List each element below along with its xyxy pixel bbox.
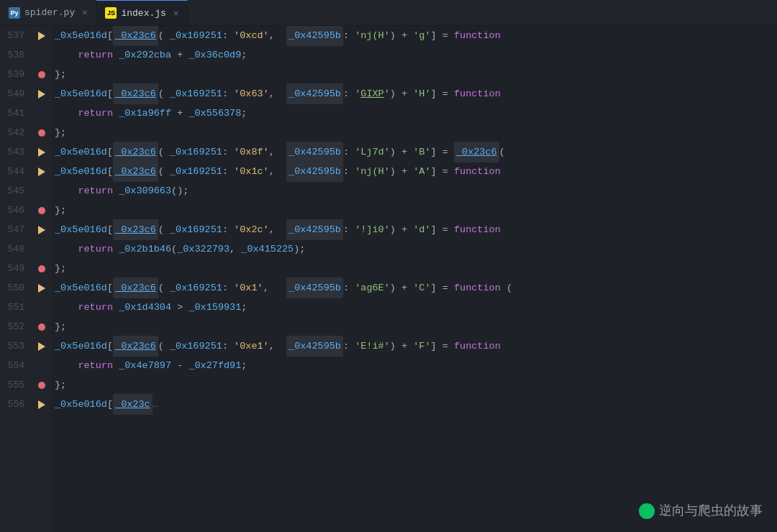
bp-540[interactable] — [32, 90, 52, 98]
var-551-1: _0x1d4304 — [119, 298, 171, 317]
var-547-1: _0x5e016d — [55, 220, 107, 239]
line-num-556: 556 — [0, 399, 32, 410]
line-num-547: 547 — [0, 224, 32, 235]
code-area[interactable]: _0x5e016d[_0x23c6( _0x169251: '0xcd', _0… — [52, 26, 777, 532]
line-num-555: 555 — [0, 380, 32, 390]
var-537-4: _0x42595b — [286, 26, 343, 46]
gutter-538: 538 — [0, 45, 52, 65]
str-547-3: 'd' — [413, 220, 430, 239]
str-537-2: 'nj(H' — [355, 26, 390, 45]
code-line-545: return _0x309663(); — [55, 181, 777, 201]
var-544-3: _0x169251 — [170, 162, 222, 181]
var-541-2: _0x556378 — [188, 104, 241, 123]
code-line-548: return _0x2b1b46(_0x322793, _0x415225); — [55, 239, 777, 259]
str-550-2: 'ag6E' — [355, 278, 390, 298]
var-554-2: _0x27fd91 — [188, 356, 241, 375]
line-num-552: 552 — [0, 321, 32, 332]
bp-552[interactable] — [32, 324, 52, 331]
code-line-543: _0x5e016d[_0x23c6( _0x169251: '0x8f', _0… — [55, 142, 777, 162]
var-543-5: _0x23c6 — [454, 142, 499, 162]
bp-544[interactable] — [32, 168, 52, 176]
gutter-545: 545 — [0, 181, 52, 201]
str-543-2: 'Lj7d' — [355, 142, 390, 162]
code-line-538: return _0x292cba + _0x36c0d9; — [55, 45, 777, 65]
str-553-3: 'F' — [413, 336, 430, 356]
var-553-4: _0x42595b — [286, 336, 343, 357]
var-537-1: _0x5e016d — [55, 26, 107, 45]
bp-547[interactable] — [32, 226, 52, 234]
code-line-550: _0x5e016d[_0x23c6( _0x169251: '0x1', _0x… — [55, 278, 777, 298]
str-544-3: 'A' — [413, 162, 430, 181]
line-num-553: 553 — [0, 341, 32, 352]
str-553-1: '0xe1' — [234, 336, 269, 356]
bp-549[interactable] — [32, 265, 52, 272]
var-543-1: _0x5e016d — [55, 142, 107, 162]
gutter-548: 548 — [0, 239, 52, 259]
tab-spider-py[interactable]: Py spider.py ✕ — [0, 0, 96, 25]
kw-554: return — [78, 356, 113, 375]
tab-index-js[interactable]: JS index.js ✕ — [96, 0, 188, 25]
tab-index-js-label: index.js — [121, 8, 165, 19]
line-num-545: 545 — [0, 185, 32, 196]
gutter-551: 551 — [0, 298, 52, 317]
str-537-3: 'g' — [413, 26, 430, 45]
tab-index-js-close[interactable]: ✕ — [173, 8, 178, 19]
code-line-542: }; — [55, 123, 777, 142]
line-num-551: 551 — [0, 302, 32, 313]
line-num-542: 542 — [0, 127, 32, 138]
bp-537[interactable] — [32, 32, 52, 40]
code-line-539: }; — [55, 65, 777, 84]
tab-bar: Py spider.py ✕ JS index.js ✕ — [0, 0, 777, 26]
var-548-1: _0x2b1b46 — [119, 239, 171, 259]
var-545-1: _0x309663 — [119, 181, 171, 201]
gutter-553: 553 — [0, 336, 52, 356]
var-550-3: _0x169251 — [170, 278, 222, 298]
gutter-540: 540 — [0, 84, 52, 104]
var-538-1: _0x292cba — [119, 45, 171, 65]
gutter-542: 542 — [0, 123, 52, 142]
line-num-550: 550 — [0, 283, 32, 293]
line-num-541: 541 — [0, 108, 32, 119]
var-543-3: _0x169251 — [170, 142, 222, 162]
gutter-547: 547 — [0, 220, 52, 239]
var-547-3: _0x169251 — [170, 220, 222, 239]
kw-537: function — [454, 26, 501, 45]
truncated-556: … — [153, 395, 158, 414]
var-550-2: _0x23c6 — [113, 278, 158, 298]
bp-555[interactable] — [32, 382, 52, 389]
tab-spider-py-close[interactable]: ✕ — [82, 7, 87, 18]
var-556-1: _0x5e016d — [55, 395, 107, 414]
str-550-1: '0x1' — [234, 278, 263, 298]
bp-546[interactable] — [32, 207, 52, 214]
bp-550[interactable] — [32, 284, 52, 293]
var-550-4: _0x42595b — [286, 278, 343, 298]
line-num-540: 540 — [0, 88, 32, 99]
var-553-1: _0x5e016d — [55, 336, 107, 356]
var-537-3: _0x169251 — [170, 26, 222, 45]
code-line-552: }; — [55, 317, 777, 336]
kw-545: return — [78, 181, 113, 201]
line-num-546: 546 — [0, 205, 32, 216]
line-num-538: 538 — [0, 50, 32, 60]
python-file-icon: Py — [9, 7, 20, 19]
bp-556[interactable] — [32, 400, 52, 409]
tab-spider-py-label: spider.py — [24, 7, 75, 18]
code-line-555: }; — [55, 375, 777, 395]
bp-543[interactable] — [32, 148, 52, 157]
var-544-2: _0x23c6 — [113, 161, 158, 182]
bp-553[interactable] — [32, 342, 52, 351]
code-line-541: return _0x1a96ff + _0x556378; — [55, 104, 777, 123]
gutter-541: 541 — [0, 104, 52, 123]
bp-542[interactable] — [32, 129, 52, 137]
var-543-4: _0x42595b — [286, 142, 343, 162]
bp-539[interactable] — [32, 71, 52, 78]
code-line-537: _0x5e016d[_0x23c6( _0x169251: '0xcd', _0… — [55, 26, 777, 45]
str-550-3: 'C' — [413, 278, 430, 298]
code-line-549: }; — [55, 259, 777, 278]
kw-550: function — [454, 278, 501, 298]
var-554-1: _0x4e7897 — [119, 356, 171, 375]
var-544-4: _0x42595b — [286, 161, 343, 182]
var-541-1: _0x1a96ff — [119, 104, 171, 123]
kw-547: function — [454, 220, 501, 239]
str-547-2: '!]i0' — [355, 220, 390, 239]
